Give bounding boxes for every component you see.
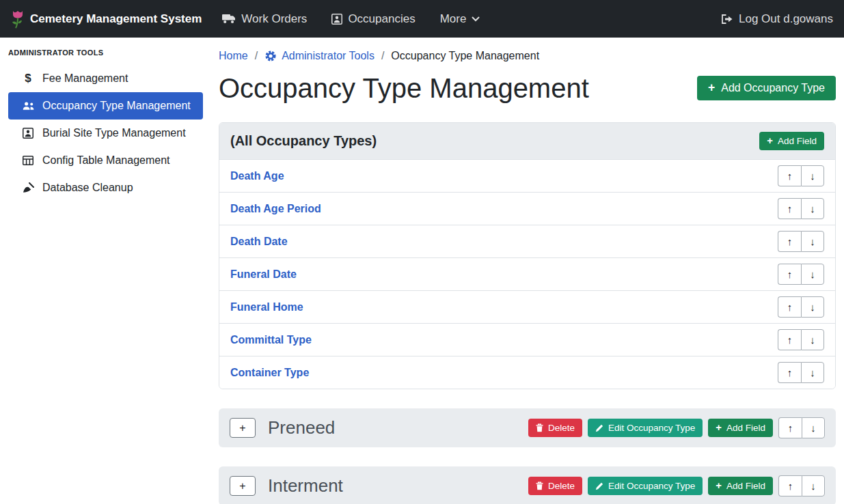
logout-link[interactable]: Log Out d.gowans bbox=[721, 12, 833, 26]
top-navbar: Cemetery Management System Work Orders bbox=[0, 0, 844, 38]
nav-more[interactable]: More bbox=[440, 12, 480, 26]
move-up-button[interactable]: ↑ bbox=[778, 362, 801, 383]
section-interment: + Interment Delete bbox=[219, 466, 836, 504]
delete-button[interactable]: Delete bbox=[528, 419, 582, 437]
move-down-button[interactable]: ↓ bbox=[801, 165, 824, 186]
add-field-button[interactable]: + Add Field bbox=[708, 419, 773, 437]
pencil-icon bbox=[595, 424, 603, 432]
users-icon bbox=[21, 101, 36, 111]
flower-logo-icon bbox=[11, 10, 25, 29]
move-down-button[interactable]: ↓ bbox=[801, 296, 824, 318]
breadcrumb: Home / Administrator Tools / Occupancy T… bbox=[219, 50, 836, 62]
reorder-group: ↑ ↓ bbox=[778, 198, 824, 219]
field-link-death-age[interactable]: Death Age bbox=[230, 170, 284, 182]
section-title: Interment bbox=[268, 475, 343, 496]
breadcrumb-separator: / bbox=[381, 50, 384, 62]
plus-icon: + bbox=[708, 82, 715, 94]
reorder-group: ↑ ↓ bbox=[778, 264, 824, 285]
move-up-button[interactable]: ↑ bbox=[778, 417, 802, 438]
field-link-death-date[interactable]: Death Date bbox=[230, 236, 288, 248]
move-down-button[interactable]: ↓ bbox=[801, 362, 824, 383]
field-row: Committal Type ↑ ↓ bbox=[219, 323, 835, 356]
reorder-group: ↑ ↓ bbox=[778, 165, 824, 186]
field-link-death-age-period[interactable]: Death Age Period bbox=[230, 203, 321, 215]
plus-icon: + bbox=[716, 481, 722, 491]
all-types-title: (All Occupancy Types) bbox=[230, 133, 377, 149]
move-up-button[interactable]: ↑ bbox=[778, 165, 801, 186]
dollar-icon: $ bbox=[21, 72, 36, 85]
trash-icon bbox=[536, 423, 543, 432]
plus-icon: + bbox=[716, 423, 722, 433]
expand-button[interactable]: + bbox=[230, 418, 256, 438]
main-content: Home / Administrator Tools / Occupancy T… bbox=[210, 38, 844, 504]
field-row: Container Type ↑ ↓ bbox=[219, 356, 835, 389]
trash-icon bbox=[536, 481, 543, 490]
field-row: Death Date ↑ ↓ bbox=[219, 225, 835, 257]
sidebar-item-database-cleanup[interactable]: Database Cleanup bbox=[8, 174, 203, 201]
nav-work-orders[interactable]: Work Orders bbox=[222, 12, 307, 26]
all-occupancy-types-card: (All Occupancy Types) + Add Field Death … bbox=[219, 122, 836, 389]
nav-occupancies[interactable]: Occupancies bbox=[331, 12, 415, 26]
edit-occupancy-type-button[interactable]: Edit Occupancy Type bbox=[588, 419, 703, 437]
move-down-button[interactable]: ↓ bbox=[802, 417, 825, 438]
field-link-funeral-date[interactable]: Funeral Date bbox=[230, 268, 297, 281]
move-down-button[interactable]: ↓ bbox=[801, 329, 824, 350]
add-field-button[interactable]: + Add Field bbox=[708, 477, 773, 495]
move-up-button[interactable]: ↑ bbox=[778, 231, 801, 252]
plus-icon: + bbox=[767, 136, 773, 146]
sidebar-item-config-table-management[interactable]: Config Table Management bbox=[8, 147, 203, 174]
breadcrumb-separator: / bbox=[255, 50, 258, 62]
move-up-button[interactable]: ↑ bbox=[778, 264, 801, 285]
add-occupancy-type-button[interactable]: + Add Occupancy Type bbox=[697, 76, 836, 100]
section-actions: Delete Edit Occupancy Type + Add Field ↑ bbox=[528, 475, 825, 496]
delete-button[interactable]: Delete bbox=[528, 477, 582, 495]
move-up-button[interactable]: ↑ bbox=[778, 475, 802, 496]
sidebar-heading: Administrator Tools bbox=[0, 43, 210, 65]
reorder-group: ↑ ↓ bbox=[778, 231, 824, 252]
breadcrumb-admin-tools[interactable]: Administrator Tools bbox=[264, 50, 375, 62]
sidebar-item-occupancy-type-management[interactable]: Occupancy Type Management bbox=[8, 92, 203, 120]
field-link-funeral-home[interactable]: Funeral Home bbox=[230, 301, 303, 313]
broom-icon bbox=[21, 182, 36, 193]
reorder-group: ↑ ↓ bbox=[778, 329, 824, 350]
person-frame-icon bbox=[331, 14, 342, 25]
reorder-group: ↑ ↓ bbox=[778, 362, 824, 383]
page-title: Occupancy Type Management bbox=[219, 72, 589, 104]
edit-occupancy-type-button[interactable]: Edit Occupancy Type bbox=[588, 477, 703, 495]
breadcrumb-home[interactable]: Home bbox=[219, 50, 248, 62]
gear-icon bbox=[264, 50, 277, 62]
breadcrumb-current: Occupancy Type Management bbox=[391, 50, 539, 62]
move-down-button[interactable]: ↓ bbox=[801, 264, 824, 285]
person-frame-icon bbox=[21, 128, 36, 139]
move-up-button[interactable]: ↑ bbox=[778, 198, 801, 219]
field-link-committal-type[interactable]: Committal Type bbox=[230, 334, 312, 346]
field-row: Funeral Date ↑ ↓ bbox=[219, 257, 835, 290]
field-link-container-type[interactable]: Container Type bbox=[230, 367, 309, 379]
brand-link[interactable]: Cemetery Management System bbox=[11, 10, 202, 29]
nav-links: Work Orders Occupancies More bbox=[222, 12, 480, 26]
table-icon bbox=[21, 156, 36, 165]
field-row: Funeral Home ↑ ↓ bbox=[219, 290, 835, 323]
field-row: Death Age Period ↑ ↓ bbox=[219, 192, 835, 225]
sidebar: Administrator Tools $ Fee Management Occ… bbox=[0, 38, 210, 504]
expand-button[interactable]: + bbox=[230, 476, 256, 496]
sidebar-item-fee-management[interactable]: $ Fee Management bbox=[8, 65, 203, 92]
truck-icon bbox=[222, 14, 236, 24]
logout-icon bbox=[721, 14, 733, 24]
move-up-button[interactable]: ↑ bbox=[778, 329, 801, 350]
move-down-button[interactable]: ↓ bbox=[801, 198, 824, 219]
section-actions: Delete Edit Occupancy Type + Add Field ↑ bbox=[528, 417, 825, 438]
move-down-button[interactable]: ↓ bbox=[801, 231, 824, 252]
pencil-icon bbox=[595, 482, 603, 490]
all-types-header: (All Occupancy Types) + Add Field bbox=[219, 123, 835, 159]
section-preneed: + Preneed Delete bbox=[219, 408, 836, 447]
chevron-down-icon bbox=[472, 16, 480, 22]
section-title: Preneed bbox=[268, 417, 335, 438]
add-field-button[interactable]: + Add Field bbox=[759, 132, 824, 150]
brand-title: Cemetery Management System bbox=[30, 12, 202, 26]
move-up-button[interactable]: ↑ bbox=[778, 296, 801, 318]
reorder-group: ↑ ↓ bbox=[778, 417, 825, 438]
sidebar-item-burial-site-type-management[interactable]: Burial Site Type Management bbox=[8, 120, 203, 147]
reorder-group: ↑ ↓ bbox=[778, 296, 824, 318]
move-down-button[interactable]: ↓ bbox=[802, 475, 825, 496]
